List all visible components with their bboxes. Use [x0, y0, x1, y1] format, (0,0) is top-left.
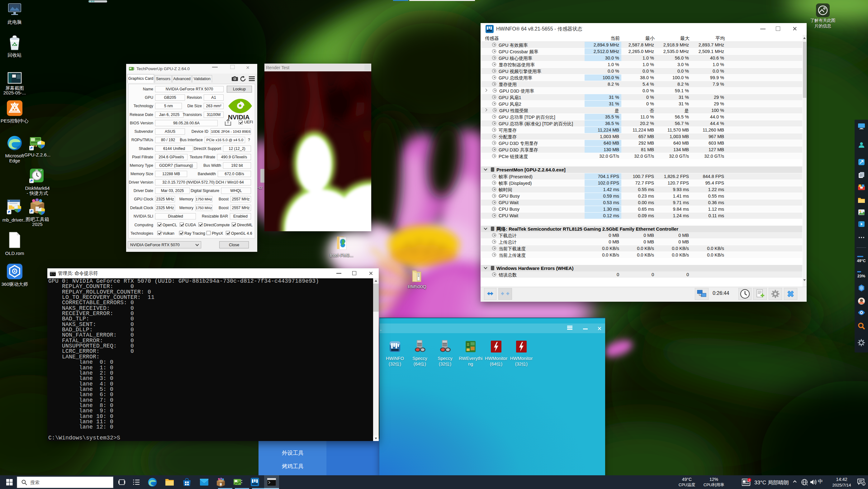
svg-text:3: 3	[748, 479, 750, 482]
svg-text:1: 1	[863, 483, 864, 486]
svg-text:C:\: C:\	[51, 273, 55, 276]
